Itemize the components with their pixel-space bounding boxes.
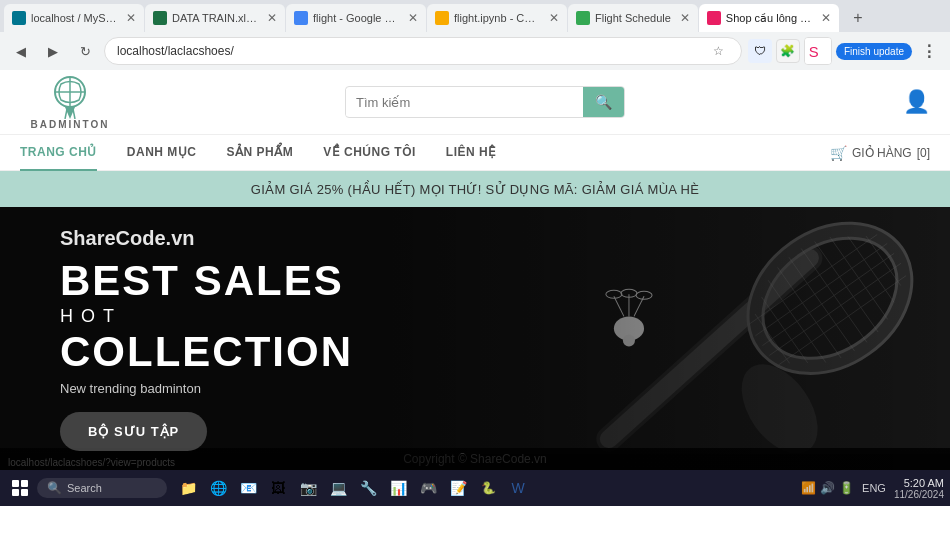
browser-actions: 🛡 🧩 S Finish update ⋮ bbox=[748, 37, 942, 65]
win-square-1 bbox=[12, 480, 19, 487]
taskbar-app-edge[interactable]: 🌐 bbox=[204, 474, 232, 502]
win-square-3 bbox=[12, 489, 19, 496]
tab-favicon-colab bbox=[435, 11, 449, 25]
tab-label-mysql: localhost / MySQL / lacla... bbox=[31, 12, 117, 24]
tab-label-colab: flight.ipynb - Colab bbox=[454, 12, 540, 24]
word-icon: W bbox=[511, 480, 524, 496]
nav-item-contact[interactable]: LIÊN HỆ bbox=[446, 135, 497, 171]
hero-title-sub: HOT bbox=[60, 306, 353, 327]
taskbar-app-mail[interactable]: 📧 bbox=[234, 474, 262, 502]
cart-label: GIỎ HÀNG bbox=[852, 146, 912, 160]
address-input[interactable]: localhost/laclacshoes/ ☆ bbox=[104, 37, 742, 65]
tools-icon: 🔧 bbox=[360, 480, 377, 496]
tab-close-mysql[interactable]: ✕ bbox=[126, 11, 136, 25]
tab-excel[interactable]: DATA TRAIN.xlsx - Google... ✕ bbox=[145, 4, 285, 32]
tab-bar: localhost / MySQL / lacla... ✕ DATA TRAI… bbox=[0, 0, 950, 32]
tab-favicon-shop bbox=[707, 11, 721, 25]
edge-icon: 🌐 bbox=[210, 480, 227, 496]
hero-title-main: BEST SALES bbox=[60, 260, 353, 302]
tab-shop[interactable]: Shop cầu lông uy tín ✕ bbox=[699, 4, 839, 32]
tab-favicon-flight bbox=[576, 11, 590, 25]
battery-icon[interactable]: 🔋 bbox=[839, 481, 854, 495]
taskbar-app-game[interactable]: 🎮 bbox=[414, 474, 442, 502]
taskbar-app-notepad[interactable]: 📝 bbox=[444, 474, 472, 502]
taskbar-search-text: Search bbox=[67, 482, 102, 494]
tab-close-flight[interactable]: ✕ bbox=[680, 11, 690, 25]
tab-close-drive[interactable]: ✕ bbox=[408, 11, 418, 25]
tab-favicon-mysql bbox=[12, 11, 26, 25]
tab-close-colab[interactable]: ✕ bbox=[549, 11, 559, 25]
taskbar-app-explorer[interactable]: 📁 bbox=[174, 474, 202, 502]
back-button[interactable]: ◀ bbox=[8, 38, 34, 64]
taskbar-app-vscode[interactable]: 💻 bbox=[324, 474, 352, 502]
website-content: BADMINTON 🔍 👤 TRANG CHỦ DANH MỤC SẢN PHẨ… bbox=[0, 70, 950, 470]
taskbar-apps: 📁 🌐 📧 🖼 📷 💻 🔧 📊 🎮 📝 🐍 W bbox=[174, 474, 532, 502]
shield-icon[interactable]: 🛡 bbox=[748, 39, 772, 63]
start-button[interactable] bbox=[6, 474, 34, 502]
taskbar-search-icon: 🔍 bbox=[47, 481, 62, 495]
taskbar-app-photos[interactable]: 📷 bbox=[294, 474, 322, 502]
sharecode-extension[interactable]: S bbox=[804, 37, 832, 65]
taskbar-app-tools[interactable]: 🔧 bbox=[354, 474, 382, 502]
address-icons: ☆ bbox=[709, 41, 729, 61]
nav-item-about[interactable]: VỀ CHÚNG TÔI bbox=[323, 135, 416, 171]
hero-cta-button[interactable]: BỘ SƯU TẬP bbox=[60, 412, 207, 451]
hero-content: ShareCode.vn BEST SALES HOT COLLECTION N… bbox=[0, 207, 413, 470]
forward-button[interactable]: ▶ bbox=[40, 38, 66, 64]
search-button[interactable]: 🔍 bbox=[583, 87, 624, 117]
nav-item-category[interactable]: DANH MỤC bbox=[127, 135, 197, 171]
address-bar: ◀ ▶ ↻ localhost/laclacshoes/ ☆ 🛡 🧩 S Fin… bbox=[0, 32, 950, 70]
tab-colab[interactable]: flight.ipynb - Colab ✕ bbox=[427, 4, 567, 32]
user-account-icon[interactable]: 👤 bbox=[903, 89, 930, 115]
hero-subtitle: New trending badminton bbox=[60, 381, 353, 396]
photos-icon: 📷 bbox=[300, 480, 317, 496]
browser-menu-button[interactable]: ⋮ bbox=[916, 38, 942, 64]
logo-text: BADMINTON bbox=[31, 119, 110, 130]
watermark-text: ShareCode.vn bbox=[60, 227, 353, 250]
tab-favicon-drive bbox=[294, 11, 308, 25]
svg-text:S: S bbox=[809, 44, 819, 60]
game-icon: 🎮 bbox=[420, 480, 437, 496]
site-header: BADMINTON 🔍 👤 bbox=[0, 70, 950, 135]
bookmark-icon[interactable]: ☆ bbox=[709, 41, 729, 61]
search-input[interactable] bbox=[346, 89, 583, 116]
notepad-icon: 📝 bbox=[450, 480, 467, 496]
taskbar-sys-icons: 📶 🔊 🔋 bbox=[801, 481, 854, 495]
cart-icon: 🛒 bbox=[830, 145, 847, 161]
taskbar-app-excel[interactable]: 📊 bbox=[384, 474, 412, 502]
svg-line-6 bbox=[73, 109, 75, 119]
tab-close-excel[interactable]: ✕ bbox=[267, 11, 277, 25]
tab-label-flight: Flight Schedule bbox=[595, 12, 671, 24]
mail-icon: 📧 bbox=[240, 480, 257, 496]
hero-section: ShareCode.vn BEST SALES HOT COLLECTION N… bbox=[0, 207, 950, 470]
vscode-icon: 💻 bbox=[330, 480, 347, 496]
taskbar-app-python[interactable]: 🐍 bbox=[474, 474, 502, 502]
finish-update-button[interactable]: Finish update bbox=[836, 43, 912, 60]
language-indicator[interactable]: ENG bbox=[862, 482, 886, 494]
tab-drive[interactable]: flight - Google Drive ✕ bbox=[286, 4, 426, 32]
site-nav: TRANG CHỦ DANH MỤC SẢN PHẨM VỀ CHÚNG TÔI… bbox=[0, 135, 950, 171]
hero-title-col: COLLECTION bbox=[60, 331, 353, 373]
tab-flight[interactable]: Flight Schedule ✕ bbox=[568, 4, 698, 32]
taskbar-search[interactable]: 🔍 Search bbox=[37, 478, 167, 498]
tab-close-shop[interactable]: ✕ bbox=[821, 11, 831, 25]
taskbar-app-word[interactable]: W bbox=[504, 474, 532, 502]
cart-count: [0] bbox=[917, 146, 930, 160]
reload-button[interactable]: ↻ bbox=[72, 38, 98, 64]
cart-area[interactable]: 🛒 GIỎ HÀNG [0] bbox=[830, 145, 930, 161]
puzzle-icon[interactable]: 🧩 bbox=[776, 39, 800, 63]
search-box: 🔍 bbox=[345, 86, 625, 118]
excel-icon: 📊 bbox=[390, 480, 407, 496]
taskbar-clock[interactable]: 5:20 AM 11/26/2024 bbox=[894, 477, 944, 500]
taskbar: 🔍 Search 📁 🌐 📧 🖼 📷 💻 🔧 📊 🎮 📝 🐍 W 📶 🔊 🔋 E… bbox=[0, 470, 950, 506]
volume-icon[interactable]: 🔊 bbox=[820, 481, 835, 495]
nav-item-products[interactable]: SẢN PHẨM bbox=[227, 135, 294, 171]
tab-mysql[interactable]: localhost / MySQL / lacla... ✕ bbox=[4, 4, 144, 32]
wifi-icon[interactable]: 📶 bbox=[801, 481, 816, 495]
win-square-2 bbox=[21, 480, 28, 487]
taskbar-app-gallery[interactable]: 🖼 bbox=[264, 474, 292, 502]
logo-area[interactable]: BADMINTON bbox=[20, 74, 120, 130]
new-tab-button[interactable]: + bbox=[844, 4, 872, 32]
nav-item-home[interactable]: TRANG CHỦ bbox=[20, 135, 97, 171]
promo-banner: GIẢM GIÁ 25% (HẦU HẾT) MỌI THỨ! SỬ DỤNG … bbox=[0, 171, 950, 207]
